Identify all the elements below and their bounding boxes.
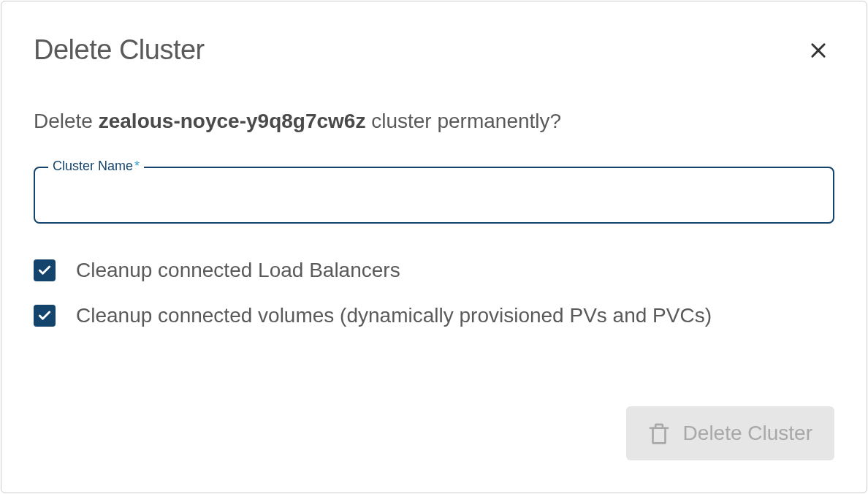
modal-footer: Delete Cluster bbox=[626, 406, 834, 460]
confirm-prefix: Delete bbox=[34, 110, 99, 132]
delete-cluster-modal: Delete Cluster Delete zealous-noyce-y9q8… bbox=[1, 1, 867, 493]
delete-cluster-button[interactable]: Delete Cluster bbox=[626, 406, 834, 460]
trash-icon bbox=[648, 421, 670, 446]
cluster-name-label-text: Cluster Name bbox=[53, 159, 133, 173]
cluster-name-label: Cluster Name* bbox=[48, 159, 144, 174]
cluster-name-field-wrapper: Cluster Name* bbox=[34, 167, 834, 224]
cluster-name-value: zealous-noyce-y9q8g7cw6z bbox=[99, 110, 366, 132]
close-button[interactable] bbox=[805, 37, 831, 64]
checkbox-row-load-balancers: Cleanup connected Load Balancers bbox=[34, 259, 834, 282]
check-icon bbox=[37, 308, 52, 323]
checkbox-row-volumes: Cleanup connected volumes (dynamically p… bbox=[34, 304, 834, 327]
checkbox-load-balancers[interactable] bbox=[34, 259, 56, 281]
required-asterisk: * bbox=[134, 159, 140, 173]
delete-button-label: Delete Cluster bbox=[683, 422, 812, 445]
check-icon bbox=[37, 263, 52, 278]
close-icon bbox=[808, 40, 829, 61]
confirm-text: Delete zealous-noyce-y9q8g7cw6z cluster … bbox=[34, 110, 834, 133]
checkbox-label-volumes[interactable]: Cleanup connected volumes (dynamically p… bbox=[76, 304, 712, 327]
modal-header: Delete Cluster bbox=[34, 34, 834, 66]
checkbox-volumes[interactable] bbox=[34, 305, 56, 327]
checkbox-label-load-balancers[interactable]: Cleanup connected Load Balancers bbox=[76, 259, 400, 282]
confirm-suffix: cluster permanently? bbox=[365, 110, 561, 132]
cluster-name-input[interactable] bbox=[34, 167, 834, 224]
modal-title: Delete Cluster bbox=[34, 34, 205, 66]
